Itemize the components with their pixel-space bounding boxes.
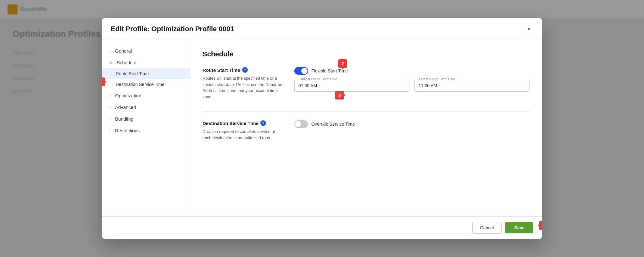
modal-body: › General ∨ Schedule Route Start Time De… — [102, 40, 542, 216]
nav-item-bundling[interactable]: › Bundling — [102, 113, 190, 125]
toggle-knob — [301, 68, 308, 74]
nav-sub-item-destination-service-time[interactable]: Destination Service Time — [102, 79, 190, 90]
route-start-time-left: Route Start Time ? Routes will start at … — [203, 67, 284, 100]
close-button[interactable]: × — [525, 25, 533, 33]
nav-item-optimization[interactable]: › Optimization — [102, 90, 190, 101]
dest-service-help-icon[interactable]: ? — [260, 120, 266, 126]
save-button[interactable]: Save — [505, 222, 533, 233]
modal-overlay: 1 2 3 4 Edit Profile: Optimization Profi… — [0, 0, 644, 257]
section-title: Schedule — [203, 50, 530, 58]
chevron-right-icon-adv: › — [109, 105, 111, 110]
badge-3: 3 — [335, 91, 344, 100]
override-toggle-knob — [295, 121, 301, 127]
route-start-time-right: Flexible Start Time Earliest Route Start… — [294, 67, 530, 100]
earliest-label: Earliest Route Start Time — [297, 77, 338, 81]
edit-profile-modal: 1 2 3 4 Edit Profile: Optimization Profi… — [102, 18, 542, 239]
flexible-start-toggle[interactable] — [294, 67, 308, 75]
nav-item-advanced[interactable]: › Advanced — [102, 101, 190, 113]
modal-footer: Cancel Save — [102, 216, 542, 239]
route-start-time-desc: Routes will start at the specified time … — [203, 75, 284, 100]
override-service-toggle[interactable] — [294, 120, 308, 128]
chevron-right-icon: › — [109, 49, 111, 53]
latest-time-input[interactable] — [414, 80, 530, 92]
time-inputs-row: Earliest Route Start Time Latest Route S… — [294, 80, 530, 92]
flexible-toggle-row: Flexible Start Time — [294, 67, 530, 75]
nav-sub-item-route-start-time[interactable]: Route Start Time — [102, 68, 190, 79]
latest-label: Latest Route Start Time — [418, 77, 457, 81]
nav-item-schedule[interactable]: ∨ Schedule — [102, 57, 190, 68]
badge-4: 4 — [539, 221, 542, 230]
destination-service-time-label: Destination Service Time ? — [203, 120, 284, 126]
modal-content: Schedule Route Start Time ? Routes will … — [190, 40, 542, 216]
modal-title: Edit Profile: Optimization Profile 0001 — [111, 25, 234, 33]
nav-item-general[interactable]: › General — [102, 45, 190, 57]
chevron-right-icon-res: › — [109, 128, 111, 133]
nav-item-restrictions[interactable]: › Restrictions — [102, 125, 190, 136]
nav-item-restrictions-label: Restrictions — [115, 128, 140, 133]
nav-item-schedule-label: Schedule — [117, 60, 136, 65]
chevron-right-icon-opt: › — [109, 94, 111, 98]
nav-item-bundling-label: Bundling — [115, 116, 133, 122]
destination-service-time-left: Destination Service Time ? Duration requ… — [203, 120, 284, 141]
route-start-time-help-icon[interactable]: ? — [242, 67, 248, 73]
route-start-time-section: Route Start Time ? Routes will start at … — [203, 67, 530, 100]
modal-nav: › General ∨ Schedule Route Start Time De… — [102, 40, 190, 216]
nav-sub-dest-service-label: Destination Service Time — [116, 82, 164, 87]
modal-header: Edit Profile: Optimization Profile 0001 … — [102, 18, 542, 40]
section-divider — [203, 111, 530, 111]
route-start-time-label: Route Start Time ? — [203, 67, 284, 73]
chevron-down-icon: ∨ — [109, 60, 112, 65]
override-toggle-row: Override Service Time — [294, 120, 530, 128]
override-toggle-label: Override Service Time — [311, 122, 355, 127]
nav-item-general-label: General — [115, 48, 132, 54]
nav-item-advanced-label: Advanced — [115, 105, 136, 110]
nav-sub-route-start-label: Route Start Time — [116, 71, 149, 76]
destination-service-time-right: Override Service Time — [294, 120, 530, 141]
cancel-button[interactable]: Cancel — [472, 222, 502, 234]
latest-time-group: Latest Route Start Time — [414, 80, 530, 92]
earliest-time-group: Earliest Route Start Time — [294, 80, 409, 92]
destination-service-time-desc: Duration required to complete service at… — [203, 128, 284, 141]
badge-2: 2 — [338, 59, 347, 68]
destination-service-time-section: Destination Service Time ? Duration requ… — [203, 120, 530, 141]
nav-item-optimization-label: Optimization — [115, 93, 141, 98]
chevron-right-icon-bun: › — [109, 117, 111, 121]
earliest-time-input[interactable] — [294, 80, 409, 92]
badge-1: 1 — [102, 77, 105, 86]
